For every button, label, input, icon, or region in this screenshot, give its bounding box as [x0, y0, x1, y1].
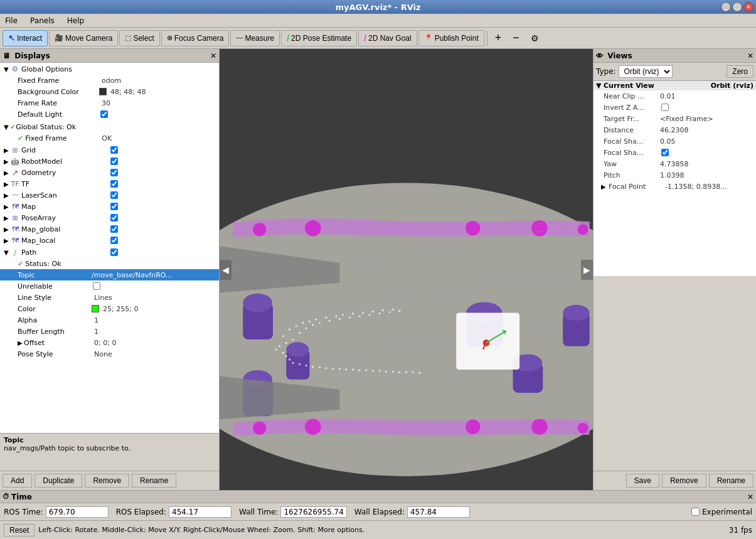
robotmodel-row[interactable]: ▶ 🤖 RobotModel [0, 156, 219, 167]
move-camera-button[interactable]: 🎥 Move Camera [49, 30, 118, 46]
plus-button[interactable]: + [490, 30, 507, 46]
focal-shape1-row[interactable]: Focal Sha... 0.05 [594, 136, 756, 147]
focus-camera-button[interactable]: ⊕ Focus Camera [161, 30, 230, 46]
default-light-checkbox[interactable] [100, 110, 108, 118]
alpha-row[interactable]: Alpha 1 [0, 314, 219, 326]
tf-row[interactable]: ▶ TF TF [0, 178, 219, 189]
views-rename-button[interactable]: Rename [709, 474, 753, 488]
path-checkbox[interactable] [110, 248, 118, 256]
duplicate-button[interactable]: Duplicate [35, 474, 82, 488]
close-button[interactable]: ✕ [743, 2, 753, 12]
target-frame-row[interactable]: Target Fr... <Fixed Frame> [594, 113, 756, 124]
menu-help[interactable]: Help [65, 16, 87, 26]
invert-z-checkbox[interactable] [661, 104, 669, 111]
experimental-checkbox[interactable] [691, 508, 700, 516]
focal-point-row[interactable]: ▶ Focal Point -1.1358; 0.8938... [594, 181, 756, 192]
add-button[interactable]: Add [3, 474, 32, 488]
path-row[interactable]: ▼ / Path [0, 247, 219, 258]
fixed-frame-row[interactable]: Fixed Frame odom [0, 75, 219, 86]
expand-odometry[interactable]: ▶ [4, 169, 10, 176]
minus-button[interactable]: − [508, 30, 524, 46]
3d-scene[interactable] [220, 49, 593, 490]
measure-button[interactable]: 〰 Measure [230, 30, 280, 46]
expand-laserscan[interactable]: ▶ [4, 192, 10, 199]
map-global-row[interactable]: ▶ 🗺 Map_global [0, 223, 219, 235]
nav-goal-button[interactable]: / 2D Nav Goal [358, 30, 417, 46]
current-view-section[interactable]: ▼ Current View Orbit (rviz) [594, 81, 756, 90]
viewport-right-arrow[interactable]: ▶ [581, 260, 593, 280]
distance-row[interactable]: Distance 46.2308 [594, 124, 756, 136]
expand-robotmodel[interactable]: ▶ [4, 158, 10, 165]
publish-point-button[interactable]: 📍 Publish Point [418, 30, 484, 46]
maximize-button[interactable]: □ [732, 2, 742, 12]
yaw-row[interactable]: Yaw 4.73858 [594, 158, 756, 169]
rename-button[interactable]: Rename [132, 474, 176, 488]
frame-rate-row[interactable]: Frame Rate 30 [0, 97, 219, 109]
expand-posearray[interactable]: ▶ [4, 215, 10, 221]
settings-button[interactable]: ⚙ [526, 30, 544, 46]
focal-shape2-row[interactable]: Focal Sha... [594, 147, 756, 158]
interact-button[interactable]: ↖ Interact [3, 30, 48, 46]
map-local-checkbox[interactable] [110, 237, 118, 244]
near-clip-row[interactable]: Near Clip ... 0.01 [594, 90, 756, 102]
focal-shape2-checkbox[interactable] [661, 149, 669, 156]
expand-map-global[interactable]: ▶ [4, 226, 10, 233]
minimize-button[interactable]: _ [721, 2, 731, 12]
posearray-row[interactable]: ▶ ⊞ PoseArray [0, 212, 219, 223]
path-status-row[interactable]: ✔ Status: Ok [0, 258, 219, 269]
laserscan-row[interactable]: ▶ 〰 LaserScan [0, 189, 219, 201]
timebar-close-button[interactable]: ✕ [747, 493, 753, 501]
pose-style-row[interactable]: Pose Style None [0, 348, 219, 360]
views-save-button[interactable]: Save [626, 474, 659, 488]
unreliable-checkbox[interactable] [93, 282, 100, 290]
grid-checkbox[interactable] [110, 146, 118, 154]
invert-z-row[interactable]: Invert Z A... [594, 102, 756, 113]
views-close-button[interactable]: ✕ [747, 51, 753, 60]
svg-point-52 [319, 322, 321, 324]
expand-map[interactable]: ▶ [4, 203, 10, 210]
laserscan-checkbox[interactable] [110, 191, 118, 199]
viewport-left-arrow[interactable]: ◀ [220, 260, 232, 280]
expand-offset[interactable]: ▶ [18, 339, 24, 346]
tf-checkbox[interactable] [110, 180, 118, 188]
line-style-row[interactable]: Line Style Lines [0, 292, 219, 303]
views-type-select[interactable]: Orbit (rviz) [619, 65, 673, 78]
map-row[interactable]: ▶ 🗺 Map [0, 201, 219, 212]
displays-close-button[interactable]: ✕ [210, 51, 216, 60]
path-topic-row[interactable]: Topic /move_base/NavfnRO... [0, 269, 219, 280]
offset-row[interactable]: ▶ Offset 0; 0; 0 [0, 337, 219, 348]
background-color-row[interactable]: Background Color 48; 48; 48 [0, 86, 219, 97]
expand-map-local[interactable]: ▶ [4, 237, 10, 244]
expand-global-options[interactable]: ▼ [4, 66, 10, 73]
menu-panels[interactable]: Panels [28, 16, 57, 26]
expand-global-status[interactable]: ▼ [4, 124, 10, 131]
map-local-row[interactable]: ▶ 🗺 Map_local [0, 235, 219, 246]
global-status-row[interactable]: ▼ ✔ Global Status: Ok [0, 121, 219, 132]
robotmodel-checkbox[interactable] [110, 157, 118, 165]
pitch-row[interactable]: Pitch 1.0398 [594, 169, 756, 181]
unreliable-row[interactable]: Unreliable [0, 280, 219, 292]
select-button[interactable]: ⬚ Select [119, 30, 159, 46]
viewport[interactable]: ◀ ▶ [220, 49, 593, 490]
global-options-row[interactable]: ▼ ⚙ Global Options [0, 63, 219, 75]
views-remove-button[interactable]: Remove [662, 474, 706, 488]
views-zero-button[interactable]: Zero [727, 65, 753, 78]
buffer-length-row[interactable]: Buffer Length 1 [0, 326, 219, 337]
remove-button[interactable]: Remove [85, 474, 129, 488]
grid-row[interactable]: ▶ ⊞ Grid [0, 144, 219, 156]
posearray-checkbox[interactable] [110, 214, 118, 221]
pose-estimate-button[interactable]: / 2D Pose Estimate [281, 30, 357, 46]
odometry-checkbox[interactable] [110, 169, 118, 176]
map-checkbox[interactable] [110, 203, 118, 210]
expand-tf[interactable]: ▶ [4, 181, 10, 188]
expand-path[interactable]: ▼ [4, 249, 10, 256]
default-light-row[interactable]: Default Light [0, 109, 219, 120]
fixed-frame-status-row[interactable]: ✔ Fixed Frame OK [0, 132, 219, 144]
map-global-checkbox[interactable] [110, 225, 118, 233]
menu-file[interactable]: File [3, 16, 20, 26]
reset-button[interactable]: Reset [4, 524, 35, 536]
odometry-row[interactable]: ▶ ↗ Odometry [0, 167, 219, 178]
svg-point-84 [412, 371, 414, 373]
expand-grid[interactable]: ▶ [4, 147, 10, 154]
path-color-row[interactable]: Color 25; 255; 0 [0, 303, 219, 314]
